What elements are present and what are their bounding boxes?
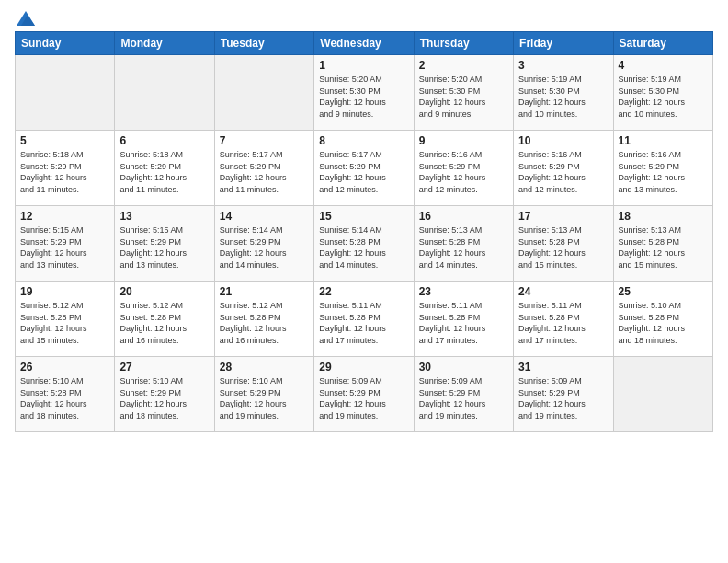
calendar-cell: 29Sunrise: 5:09 AM Sunset: 5:29 PM Dayli… bbox=[314, 357, 414, 432]
calendar-cell: 20Sunrise: 5:12 AM Sunset: 5:28 PM Dayli… bbox=[115, 282, 214, 357]
day-info: Sunrise: 5:13 AM Sunset: 5:28 PM Dayligh… bbox=[518, 224, 608, 270]
weekday-header-friday: Friday bbox=[514, 32, 613, 55]
day-info: Sunrise: 5:09 AM Sunset: 5:29 PM Dayligh… bbox=[419, 375, 508, 421]
week-row-4: 26Sunrise: 5:10 AM Sunset: 5:28 PM Dayli… bbox=[16, 357, 713, 432]
day-info: Sunrise: 5:12 AM Sunset: 5:28 PM Dayligh… bbox=[220, 300, 309, 346]
calendar-cell: 17Sunrise: 5:13 AM Sunset: 5:28 PM Dayli… bbox=[514, 206, 613, 282]
day-info: Sunrise: 5:18 AM Sunset: 5:29 PM Dayligh… bbox=[119, 149, 209, 195]
day-number: 12 bbox=[20, 210, 109, 223]
weekday-header-sunday: Sunday bbox=[16, 32, 115, 55]
day-number: 6 bbox=[119, 134, 209, 147]
logo bbox=[15, 15, 35, 22]
calendar-cell: 6Sunrise: 5:18 AM Sunset: 5:29 PM Daylig… bbox=[115, 131, 214, 206]
calendar-cell: 30Sunrise: 5:09 AM Sunset: 5:29 PM Dayli… bbox=[414, 357, 513, 432]
calendar-cell: 19Sunrise: 5:12 AM Sunset: 5:28 PM Dayli… bbox=[16, 282, 115, 357]
day-info: Sunrise: 5:20 AM Sunset: 5:30 PM Dayligh… bbox=[319, 74, 408, 120]
day-number: 4 bbox=[619, 59, 708, 72]
calendar-cell: 24Sunrise: 5:11 AM Sunset: 5:28 PM Dayli… bbox=[514, 282, 613, 357]
day-number: 23 bbox=[419, 285, 508, 298]
calendar-table: SundayMondayTuesdayWednesdayThursdayFrid… bbox=[15, 31, 713, 432]
day-info: Sunrise: 5:18 AM Sunset: 5:29 PM Dayligh… bbox=[20, 149, 109, 195]
day-info: Sunrise: 5:10 AM Sunset: 5:29 PM Dayligh… bbox=[220, 375, 309, 421]
day-info: Sunrise: 5:16 AM Sunset: 5:29 PM Dayligh… bbox=[518, 149, 608, 195]
day-info: Sunrise: 5:17 AM Sunset: 5:29 PM Dayligh… bbox=[220, 149, 309, 195]
day-number: 19 bbox=[20, 285, 109, 298]
day-info: Sunrise: 5:13 AM Sunset: 5:28 PM Dayligh… bbox=[419, 224, 508, 270]
calendar-cell bbox=[613, 357, 712, 432]
day-number: 5 bbox=[20, 134, 109, 147]
day-number: 30 bbox=[419, 361, 508, 373]
calendar-cell: 28Sunrise: 5:10 AM Sunset: 5:29 PM Dayli… bbox=[214, 357, 313, 432]
day-number: 8 bbox=[319, 134, 408, 147]
day-number: 14 bbox=[220, 210, 309, 223]
calendar-cell bbox=[214, 55, 313, 131]
day-info: Sunrise: 5:19 AM Sunset: 5:30 PM Dayligh… bbox=[518, 74, 608, 120]
calendar-cell: 3Sunrise: 5:19 AM Sunset: 5:30 PM Daylig… bbox=[514, 55, 613, 131]
calendar-cell: 2Sunrise: 5:20 AM Sunset: 5:30 PM Daylig… bbox=[414, 55, 513, 131]
page-container: SundayMondayTuesdayWednesdayThursdayFrid… bbox=[0, 0, 728, 440]
calendar-cell: 31Sunrise: 5:09 AM Sunset: 5:29 PM Dayli… bbox=[514, 357, 613, 432]
week-row-3: 19Sunrise: 5:12 AM Sunset: 5:28 PM Dayli… bbox=[16, 282, 713, 357]
day-info: Sunrise: 5:19 AM Sunset: 5:30 PM Dayligh… bbox=[619, 74, 708, 120]
day-number: 11 bbox=[619, 134, 708, 147]
day-number: 29 bbox=[319, 361, 408, 373]
day-info: Sunrise: 5:17 AM Sunset: 5:29 PM Dayligh… bbox=[319, 149, 408, 195]
calendar-cell: 14Sunrise: 5:14 AM Sunset: 5:29 PM Dayli… bbox=[214, 206, 313, 282]
day-number: 17 bbox=[518, 210, 608, 223]
day-number: 31 bbox=[518, 361, 608, 373]
calendar-cell: 7Sunrise: 5:17 AM Sunset: 5:29 PM Daylig… bbox=[214, 131, 313, 206]
day-number: 7 bbox=[220, 134, 309, 147]
calendar-cell: 4Sunrise: 5:19 AM Sunset: 5:30 PM Daylig… bbox=[613, 55, 712, 131]
day-info: Sunrise: 5:20 AM Sunset: 5:30 PM Dayligh… bbox=[419, 74, 508, 120]
day-info: Sunrise: 5:12 AM Sunset: 5:28 PM Dayligh… bbox=[20, 300, 109, 346]
day-info: Sunrise: 5:14 AM Sunset: 5:29 PM Dayligh… bbox=[220, 224, 309, 270]
day-info: Sunrise: 5:16 AM Sunset: 5:29 PM Dayligh… bbox=[419, 149, 508, 195]
calendar-cell: 10Sunrise: 5:16 AM Sunset: 5:29 PM Dayli… bbox=[514, 131, 613, 206]
weekday-header-wednesday: Wednesday bbox=[314, 32, 414, 55]
day-info: Sunrise: 5:10 AM Sunset: 5:28 PM Dayligh… bbox=[619, 300, 708, 346]
day-number: 18 bbox=[619, 210, 708, 223]
day-info: Sunrise: 5:10 AM Sunset: 5:29 PM Dayligh… bbox=[119, 375, 209, 421]
day-info: Sunrise: 5:15 AM Sunset: 5:29 PM Dayligh… bbox=[20, 224, 109, 270]
day-number: 16 bbox=[419, 210, 508, 223]
calendar-cell: 5Sunrise: 5:18 AM Sunset: 5:29 PM Daylig… bbox=[16, 131, 115, 206]
week-row-2: 12Sunrise: 5:15 AM Sunset: 5:29 PM Dayli… bbox=[16, 206, 713, 282]
week-row-0: 1Sunrise: 5:20 AM Sunset: 5:30 PM Daylig… bbox=[16, 55, 713, 131]
calendar-cell: 11Sunrise: 5:16 AM Sunset: 5:29 PM Dayli… bbox=[613, 131, 712, 206]
week-row-1: 5Sunrise: 5:18 AM Sunset: 5:29 PM Daylig… bbox=[16, 131, 713, 206]
day-info: Sunrise: 5:11 AM Sunset: 5:28 PM Dayligh… bbox=[319, 300, 408, 346]
weekday-header-monday: Monday bbox=[115, 32, 214, 55]
weekday-header-tuesday: Tuesday bbox=[214, 32, 313, 55]
calendar-cell: 8Sunrise: 5:17 AM Sunset: 5:29 PM Daylig… bbox=[314, 131, 414, 206]
day-number: 25 bbox=[619, 285, 708, 298]
day-number: 3 bbox=[518, 59, 608, 72]
day-info: Sunrise: 5:13 AM Sunset: 5:28 PM Dayligh… bbox=[619, 224, 708, 270]
day-number: 1 bbox=[319, 59, 408, 72]
day-number: 24 bbox=[518, 285, 608, 298]
day-number: 21 bbox=[220, 285, 309, 298]
calendar-cell: 22Sunrise: 5:11 AM Sunset: 5:28 PM Dayli… bbox=[314, 282, 414, 357]
calendar-cell: 23Sunrise: 5:11 AM Sunset: 5:28 PM Dayli… bbox=[414, 282, 513, 357]
calendar-cell: 26Sunrise: 5:10 AM Sunset: 5:28 PM Dayli… bbox=[16, 357, 115, 432]
calendar-cell: 1Sunrise: 5:20 AM Sunset: 5:30 PM Daylig… bbox=[314, 55, 414, 131]
day-info: Sunrise: 5:10 AM Sunset: 5:28 PM Dayligh… bbox=[20, 375, 109, 421]
day-info: Sunrise: 5:14 AM Sunset: 5:28 PM Dayligh… bbox=[319, 224, 408, 270]
day-info: Sunrise: 5:15 AM Sunset: 5:29 PM Dayligh… bbox=[119, 224, 209, 270]
day-info: Sunrise: 5:11 AM Sunset: 5:28 PM Dayligh… bbox=[518, 300, 608, 346]
day-number: 26 bbox=[20, 361, 109, 373]
calendar-cell: 9Sunrise: 5:16 AM Sunset: 5:29 PM Daylig… bbox=[414, 131, 513, 206]
weekday-header-saturday: Saturday bbox=[613, 32, 712, 55]
day-number: 13 bbox=[119, 210, 209, 223]
day-number: 15 bbox=[319, 210, 408, 223]
calendar-cell: 13Sunrise: 5:15 AM Sunset: 5:29 PM Dayli… bbox=[115, 206, 214, 282]
logo-icon bbox=[17, 11, 35, 26]
calendar-cell: 18Sunrise: 5:13 AM Sunset: 5:28 PM Dayli… bbox=[613, 206, 712, 282]
day-number: 27 bbox=[119, 361, 209, 373]
calendar-cell bbox=[115, 55, 214, 131]
day-info: Sunrise: 5:09 AM Sunset: 5:29 PM Dayligh… bbox=[319, 375, 408, 421]
calendar-cell: 21Sunrise: 5:12 AM Sunset: 5:28 PM Dayli… bbox=[214, 282, 313, 357]
day-number: 20 bbox=[119, 285, 209, 298]
day-info: Sunrise: 5:16 AM Sunset: 5:29 PM Dayligh… bbox=[619, 149, 708, 195]
day-number: 2 bbox=[419, 59, 508, 72]
calendar-cell: 16Sunrise: 5:13 AM Sunset: 5:28 PM Dayli… bbox=[414, 206, 513, 282]
